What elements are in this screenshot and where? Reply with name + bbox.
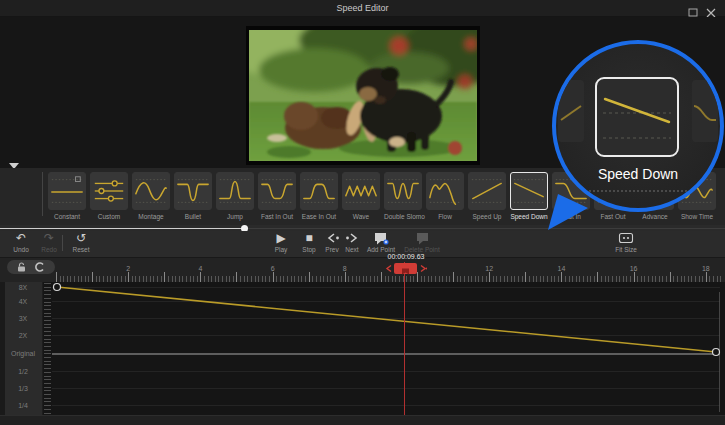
preset-label: Show Time — [678, 213, 716, 220]
magnified-neighbor-left — [558, 80, 584, 142]
playhead-step-forward-icon[interactable] — [419, 264, 427, 273]
magnifier-callout: Speed Down — [552, 40, 724, 212]
preset-thumb — [468, 172, 506, 210]
preset-thumb — [216, 172, 254, 210]
ruler-number: 18 — [702, 265, 710, 272]
curve-mode-icon[interactable] — [35, 262, 45, 272]
delete-point-button[interactable]: Delete Point — [402, 232, 442, 253]
panel-separator — [42, 172, 43, 216]
fit-size-button[interactable]: Fit Size — [612, 232, 640, 253]
preset-label: Advance — [636, 213, 674, 220]
play-icon: ▶ — [268, 232, 294, 245]
close-icon[interactable] — [705, 4, 717, 14]
preset-fast-in-out[interactable]: Fast In Out — [258, 172, 296, 220]
preset-speed-up[interactable]: Speed Up — [468, 172, 506, 220]
preset-label: Custom — [90, 213, 128, 220]
stop-icon: ■ — [296, 232, 322, 245]
magnifier-pointer — [542, 192, 590, 234]
horizontal-scroll-area[interactable] — [0, 415, 725, 425]
delete-point-icon — [402, 232, 442, 245]
preset-bullet[interactable]: Bullet — [174, 172, 212, 220]
undo-icon: ↶ — [8, 232, 34, 245]
playhead-line — [404, 262, 405, 415]
preset-thumb — [174, 172, 212, 210]
preset-label: Speed Up — [468, 213, 506, 220]
ruler-number: 12 — [485, 265, 493, 272]
ruler-number: 4 — [198, 265, 202, 272]
redo-button[interactable]: ↷ Redo — [36, 232, 62, 253]
magnifier-label: Speed Down — [556, 166, 720, 182]
preset-thumb — [258, 172, 296, 210]
play-button[interactable]: ▶ Play — [268, 232, 294, 253]
preset-label: Wave — [342, 213, 380, 220]
stop-button[interactable]: ■ Stop — [296, 232, 322, 253]
preset-thumb — [384, 172, 422, 210]
preset-label: Bullet — [174, 213, 212, 220]
ruler-number: 14 — [557, 265, 565, 272]
preset-label: Jump — [216, 213, 254, 220]
speed-editor-window: Speed Editor — [0, 0, 725, 425]
curve-tools-pill — [7, 260, 55, 274]
preset-label: Double Slomo — [384, 213, 422, 220]
preset-thumb — [426, 172, 464, 210]
undo-button[interactable]: ↶ Undo — [8, 232, 34, 253]
next-point-button[interactable]: Next — [340, 232, 364, 253]
preset-thumb — [132, 172, 170, 210]
ruler-number: 2 — [126, 265, 130, 272]
preset-label: Flow — [426, 213, 464, 220]
preset-label: Fast In Out — [258, 213, 296, 220]
preset-ease-in-out[interactable]: Ease In Out — [300, 172, 338, 220]
preset-montage[interactable]: Montage — [132, 172, 170, 220]
preset-thumb — [90, 172, 128, 210]
preset-label: Ease In Out — [300, 213, 338, 220]
curve-start-point[interactable] — [54, 284, 61, 291]
timeline-ruler[interactable]: 246812141618 00:00:09.63 — [0, 257, 725, 282]
preset-label: Constant — [48, 213, 86, 220]
speed-curve-graph[interactable]: 8X4X3X2XOriginal1/21/31/4 — [0, 282, 725, 415]
magnified-speed-down-thumb — [595, 77, 679, 157]
add-point-icon — [364, 232, 398, 245]
titlebar: Speed Editor — [0, 0, 725, 17]
playhead-step-back-icon[interactable] — [385, 264, 393, 273]
magnifier-dotted-texture — [578, 190, 698, 192]
add-point-button[interactable]: Add Point — [364, 232, 398, 253]
preset-label: Montage — [132, 213, 170, 220]
preset-custom[interactable]: Custom — [90, 172, 128, 220]
speed-curve — [0, 282, 725, 415]
preset-double-slomo[interactable]: Double Slomo — [384, 172, 422, 220]
toolbar: ↶ Undo ↷ Redo ↺ Reset ▶ Play ■ Stop Prev — [0, 231, 725, 257]
preset-flow[interactable]: Flow — [426, 172, 464, 220]
preset-thumb — [300, 172, 338, 210]
ruler-major-ticks — [56, 272, 723, 282]
reset-button[interactable]: ↺ Reset — [68, 232, 94, 253]
video-preview-image — [249, 30, 477, 161]
ruler-number: 6 — [271, 265, 275, 272]
toolbar-separator — [62, 235, 63, 251]
preset-thumb — [48, 172, 86, 210]
magnified-neighbor-right — [692, 80, 718, 142]
fit-size-icon — [612, 232, 640, 245]
preset-label: Fast Out — [594, 213, 632, 220]
curve-end-point[interactable] — [713, 349, 720, 356]
preset-scrollbar-fill — [0, 228, 245, 229]
maximize-icon[interactable] — [687, 4, 699, 14]
preset-thumb — [342, 172, 380, 210]
ruler-number: 8 — [343, 265, 347, 272]
redo-icon: ↷ — [36, 232, 62, 245]
lock-icon[interactable] — [17, 262, 26, 272]
next-icon — [340, 232, 364, 245]
reset-icon: ↺ — [68, 232, 94, 245]
video-preview — [246, 26, 480, 165]
ruler-number: 16 — [630, 265, 638, 272]
preset-wave[interactable]: Wave — [342, 172, 380, 220]
preset-constant[interactable]: Constant — [48, 172, 86, 220]
playhead-marker[interactable] — [394, 263, 417, 274]
playhead-timecode: 00:00:09.63 — [388, 253, 425, 260]
preset-jump[interactable]: Jump — [216, 172, 254, 220]
window-title: Speed Editor — [0, 3, 725, 13]
